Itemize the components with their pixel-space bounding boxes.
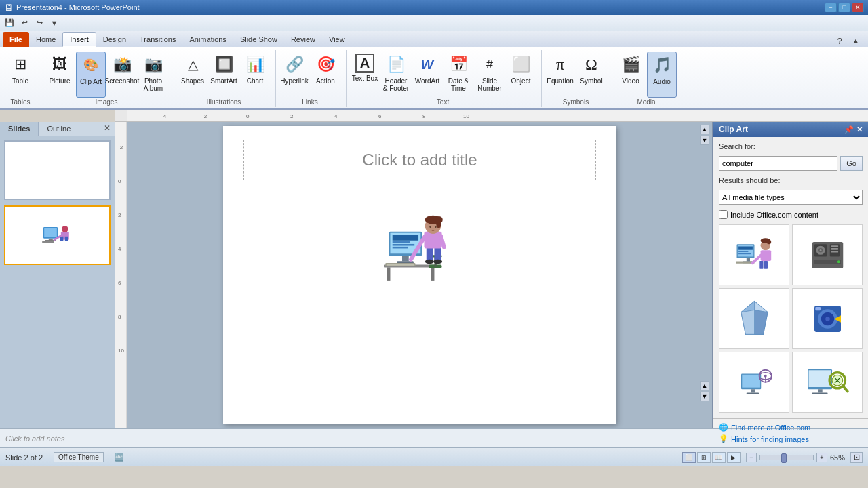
smartart-button[interactable]: 🔲 SmartArt xyxy=(209,52,239,98)
audio-button[interactable]: 🎵 Audio xyxy=(647,52,677,98)
tab-review[interactable]: Review xyxy=(284,32,322,47)
svg-text:8: 8 xyxy=(118,314,121,320)
tab-slideshow[interactable]: Slide Show xyxy=(233,32,284,47)
clip-art-close[interactable]: ✕ xyxy=(856,125,863,134)
slide-clip-art[interactable] xyxy=(376,207,464,298)
help-button[interactable]: ? xyxy=(833,35,846,47)
header-footer-button[interactable]: 📄 Header & Footer xyxy=(381,52,411,98)
clip-art-body: Search for: Go Results should be: All me… xyxy=(713,137,868,418)
svg-rect-17 xyxy=(60,237,63,241)
table-button[interactable]: ⊞ Table xyxy=(5,52,35,98)
reading-view-button[interactable]: 📖 xyxy=(712,452,726,463)
clip-art-item-1[interactable] xyxy=(719,224,789,285)
close-button[interactable]: ✕ xyxy=(852,3,864,12)
svg-text:6: 6 xyxy=(378,113,382,119)
zoom-in-button[interactable]: + xyxy=(816,453,827,462)
redo-quick-button[interactable]: ↪ xyxy=(33,17,46,29)
restore-button[interactable]: □ xyxy=(838,3,850,12)
canvas-with-ruler: -2 0 2 4 6 8 10 ▲ ▼ ▲ ▼ Cl xyxy=(115,122,712,428)
clip-art-title: Clip Art xyxy=(719,125,748,134)
clip-art-item-6[interactable] xyxy=(792,352,863,413)
svg-rect-82 xyxy=(814,260,841,264)
minimize-button[interactable]: − xyxy=(825,3,837,12)
shapes-icon: △ xyxy=(182,54,203,75)
action-button[interactable]: 🎯 Action xyxy=(311,52,340,98)
minimize-ribbon-button[interactable]: ▲ xyxy=(849,35,863,47)
svg-text:10: 10 xyxy=(463,113,469,119)
slide-number-icon: # xyxy=(479,54,500,75)
header-footer-icon: 📄 xyxy=(385,54,407,75)
tab-file[interactable]: File xyxy=(3,32,29,47)
save-quick-button[interactable]: 💾 xyxy=(3,17,16,29)
results-type-select[interactable]: All media file types Photographs Illustr… xyxy=(719,190,863,205)
ribbon-group-media: 🎬 Video 🎵 Audio Media xyxy=(613,50,682,107)
svg-text:6: 6 xyxy=(118,280,121,286)
symbol-button[interactable]: Ω Symbol xyxy=(576,52,606,98)
scroll-left[interactable]: ▲ xyxy=(700,381,709,390)
object-button[interactable]: ⬜ Object xyxy=(506,52,536,98)
svg-text:2: 2 xyxy=(290,113,294,119)
tab-design[interactable]: Design xyxy=(96,32,133,47)
include-office-checkbox[interactable] xyxy=(719,210,728,219)
svg-marker-87 xyxy=(754,310,768,334)
slide-title-placeholder[interactable]: Click to add title xyxy=(243,140,596,180)
theme-info: Office Theme xyxy=(54,452,104,462)
equation-button[interactable]: π Equation xyxy=(545,52,575,98)
svg-point-77 xyxy=(819,249,821,251)
clip-art-item-2[interactable] xyxy=(792,224,863,285)
tab-animations[interactable]: Animations xyxy=(182,32,233,47)
clip-art-thumb-2 xyxy=(806,233,850,277)
slide-thumb-2[interactable] xyxy=(4,205,111,265)
search-input[interactable] xyxy=(719,156,837,171)
clip-art-item-4[interactable] xyxy=(792,288,863,349)
notes-placeholder: Click to add notes xyxy=(5,434,64,443)
picture-button[interactable]: 🖼 Picture xyxy=(45,52,75,98)
wordart-button[interactable]: W WordArt xyxy=(412,52,442,98)
scroll-down[interactable]: ▼ xyxy=(700,136,709,145)
screenshot-button[interactable]: 📸 Screenshot xyxy=(107,52,137,98)
quick-access-more[interactable]: ▼ xyxy=(47,17,61,29)
zoom-out-button[interactable]: − xyxy=(746,453,757,462)
tab-transitions[interactable]: Transitions xyxy=(133,32,182,47)
svg-point-102 xyxy=(764,374,766,377)
chart-button[interactable]: 📊 Chart xyxy=(240,52,270,98)
zoom-slider[interactable] xyxy=(760,455,814,460)
undo-quick-button[interactable]: ↩ xyxy=(18,17,31,29)
scroll-up[interactable]: ▲ xyxy=(700,125,709,134)
fit-slide-button[interactable]: ⊡ xyxy=(850,452,863,463)
clip-art-button[interactable]: 🎨 Clip Art xyxy=(76,52,106,98)
clip-art-svg xyxy=(376,207,464,296)
textbox-button[interactable]: A Text Box xyxy=(350,52,380,98)
photo-album-button[interactable]: 📷 Photo Album xyxy=(138,52,168,98)
tab-insert[interactable]: Insert xyxy=(62,32,96,47)
hyperlink-button[interactable]: 🔗 Hyperlink xyxy=(279,52,309,98)
normal-view-button[interactable]: ⬜ xyxy=(682,452,696,463)
svg-line-109 xyxy=(842,386,847,391)
video-button[interactable]: 🎬 Video xyxy=(616,52,646,98)
clip-art-item-5[interactable] xyxy=(719,352,789,413)
shapes-button[interactable]: △ Shapes xyxy=(178,52,208,98)
hints-icon: 💡 xyxy=(719,434,728,443)
clip-art-thumb-3 xyxy=(732,297,776,341)
slide-panel-close[interactable]: ✕ xyxy=(100,122,115,136)
tab-slides[interactable]: Slides xyxy=(0,122,39,136)
find-more-link[interactable]: 🌐 Find more at Office.com xyxy=(719,423,863,432)
tab-home[interactable]: Home xyxy=(29,32,62,47)
ribbon-group-text: A Text Box 📄 Header & Footer W WordArt 📅… xyxy=(347,50,542,107)
date-time-button[interactable]: 📅 Date & Time xyxy=(443,52,473,98)
clip-art-pin[interactable]: 📌 xyxy=(844,125,854,134)
clip-art-item-3[interactable] xyxy=(719,288,789,349)
canvas-zoom-controls: ▲ ▼ xyxy=(700,381,709,401)
scroll-right[interactable]: ▼ xyxy=(700,392,709,401)
tab-view[interactable]: View xyxy=(322,32,352,47)
search-go-button[interactable]: Go xyxy=(840,156,863,171)
screenshot-icon: 📸 xyxy=(111,54,133,75)
slide-number-button[interactable]: # Slide Number xyxy=(475,52,505,98)
slide-sorter-button[interactable]: ⊞ xyxy=(697,452,711,463)
tab-outline[interactable]: Outline xyxy=(39,122,79,136)
zoom-slider-thumb xyxy=(781,453,787,463)
svg-point-57 xyxy=(435,226,437,228)
slideshow-button[interactable]: ▶ xyxy=(727,452,741,463)
slide-thumb-1[interactable] xyxy=(4,140,111,200)
hints-link[interactable]: 💡 Hints for finding images xyxy=(719,434,863,443)
